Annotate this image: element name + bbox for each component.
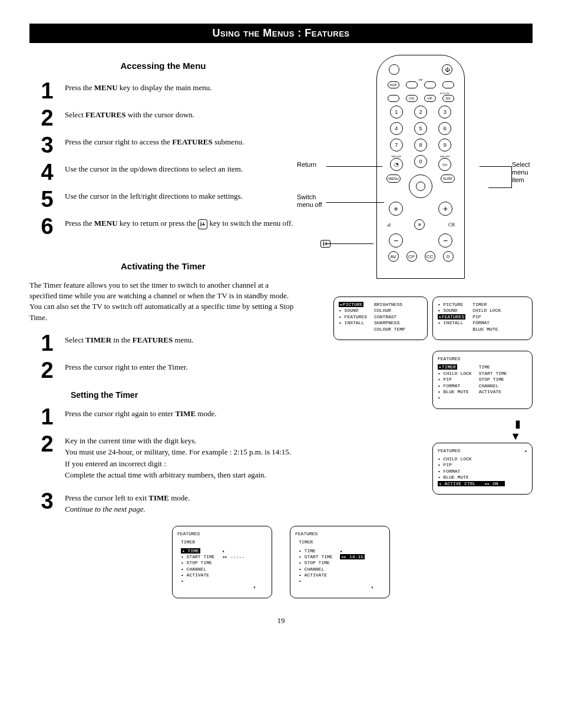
osd-time-blank: FEATURES TIMER • TIME • START TIME • STO…	[172, 526, 272, 599]
osd-right-col: BRIGHTNESS COLOUR CONTRAST SHARPNESS COL…	[374, 302, 405, 332]
remote-btn: VP	[424, 95, 436, 102]
step-num: 2	[29, 433, 65, 455]
av-btn: AV	[388, 251, 399, 262]
remote-btn: AUP	[388, 81, 399, 88]
remote-btn	[406, 81, 418, 88]
digit-0: 0	[414, 155, 427, 168]
osd-title: FEATURES	[177, 531, 267, 537]
heading-activating: Activating the Timer	[29, 261, 297, 271]
heading-accessing: Accessing the Menu	[29, 61, 297, 71]
surf-btn: SURF	[441, 174, 455, 183]
osd-active-ctrl: FEATURES▴ • CHILD LOCK • PIP • FORMAT • …	[432, 443, 533, 495]
step-num: 2	[29, 107, 65, 129]
osd-title: FEATURES	[438, 356, 527, 362]
osd-left-col: • TIME • START TIME • STOP TIME • CHANNE…	[181, 548, 215, 591]
osd-left-col: • TIME • START TIME • STOP TIME • CHANNE…	[299, 548, 333, 591]
osd-title: FEATURES▴	[438, 448, 527, 454]
digit-8: 8	[414, 139, 427, 151]
osd-left-col: ▸TIMER • CHILD LOCK • PIP • FORMAT • BLU…	[438, 364, 472, 401]
step-text: Key in the current time with the digit k…	[65, 433, 297, 481]
step-text: Select FEATURES with the cursor down.	[65, 107, 297, 121]
remote-illustration: Return Switch menu off Select menu item …	[309, 55, 533, 279]
power-icon: ⏻	[442, 64, 452, 75]
osd-features-menu: • PICTURE • SOUND ▸FEATURES • INSTALL TI…	[432, 297, 533, 340]
info-key-icon: i+	[320, 238, 330, 248]
menu-btn: MENU	[386, 174, 401, 183]
remote-btn	[388, 95, 399, 102]
ch-down-icon: −	[438, 233, 452, 248]
ch-label: CH	[448, 222, 455, 228]
label-switch: Switch menu off	[297, 193, 326, 209]
mute-icon: ✕	[414, 219, 425, 230]
remote-btn: SN	[442, 95, 454, 102]
steps-accessing: 1Press the MENU key to display the main …	[29, 80, 297, 238]
osd-right-col: TIMER CHILD LOCK PIP FORMAT BLUE MUTE	[472, 302, 501, 332]
digit-9: 9	[438, 139, 451, 151]
heading-setting: Setting the Timer	[71, 390, 297, 400]
smart-label: SMART	[390, 155, 403, 158]
page-number: 19	[29, 616, 533, 625]
label-return: Return	[297, 161, 316, 169]
step-text: Select TIMER in the FEATURES menu.	[65, 332, 297, 346]
remote-btn	[442, 81, 454, 88]
step-text: Press the cursor right to access the FEA…	[65, 134, 297, 148]
step-text: Press the cursor left to exit TIME mode.…	[65, 490, 297, 515]
remote-btn	[389, 64, 399, 75]
step-num: 2	[29, 359, 65, 381]
step-num: 5	[29, 188, 65, 210]
step-text: Press the MENU key to return or press th…	[65, 215, 297, 229]
osd-title: FEATURES	[295, 531, 385, 537]
vol-icon: ⊿	[386, 222, 391, 228]
remote-btn: ▭	[438, 158, 451, 171]
step-text: Press the cursor right again to enter TI…	[65, 406, 297, 420]
step-num: 1	[29, 332, 65, 354]
arrow-down-icon: ▮▼	[309, 417, 521, 443]
osd-timer-submenu: FEATURES ▸TIMER • CHILD LOCK • PIP • FOR…	[432, 351, 533, 409]
osd-right-col: TIME START TIME STOP TIME CHANNEL ACTIVA…	[479, 364, 507, 401]
cp-btn: CP	[406, 251, 417, 262]
step-text: Use the cursor in the up/down directions…	[65, 161, 297, 175]
vol-up-icon: +	[389, 202, 403, 216]
osd-left-col: ▸PICTURE • SOUND • FEATURES • INSTALL	[339, 302, 367, 332]
timer-intro: The Timer feature allows you to set the …	[29, 280, 297, 323]
smart-label: SMART	[438, 155, 451, 158]
osd-value: ▴ ◂▸ --:-- ▾	[222, 548, 256, 591]
remote-btn: ⊙	[443, 251, 454, 262]
remote-btn: ON	[406, 95, 418, 102]
osd-subtitle: TIMER	[299, 539, 385, 545]
step-text: Press the MENU key to display the main m…	[65, 80, 297, 94]
vol-down-icon: −	[389, 233, 403, 248]
step-num: 1	[29, 406, 65, 428]
step-text: Use the cursor in the left/right directi…	[65, 188, 297, 202]
remote-btn: ◔	[390, 158, 403, 171]
step-text: Press the cursor right to enter the Time…	[65, 359, 297, 373]
osd-left-col: • PICTURE • SOUND ▸FEATURES • INSTALL	[438, 302, 465, 332]
digit-5: 5	[414, 122, 427, 135]
osd-picture-menu: ▸PICTURE • SOUND • FEATURES • INSTALL BR…	[333, 297, 428, 340]
cc-btn: CC	[425, 251, 435, 262]
remote-btn	[424, 81, 436, 88]
osd-left-col: • CHILD LOCK • PIP • FORMAT • BLUE MUTE …	[438, 456, 505, 487]
page-banner: Using the Menus : Features	[29, 24, 533, 43]
osd-time-set: FEATURES TIMER • TIME • START TIME • STO…	[290, 526, 390, 599]
digit-7: 7	[390, 139, 403, 151]
digit-1: 1	[390, 106, 403, 118]
digit-4: 4	[390, 122, 403, 135]
step-num: 1	[29, 80, 65, 102]
ch-up-icon: +	[438, 202, 452, 216]
osd-subtitle: TIMER	[181, 539, 267, 545]
digit-6: 6	[438, 122, 451, 135]
step-num: 3	[29, 134, 65, 156]
label-select: Select menu item	[512, 161, 538, 185]
digit-3: 3	[438, 106, 451, 118]
digit-2: 2	[414, 106, 427, 118]
step-num: 6	[29, 215, 65, 238]
cursor-pad	[409, 174, 432, 198]
osd-value: ▴ ◂▸ 14:15 ▾	[340, 548, 374, 591]
step-num: 3	[29, 490, 65, 512]
step-num: 4	[29, 161, 65, 183]
